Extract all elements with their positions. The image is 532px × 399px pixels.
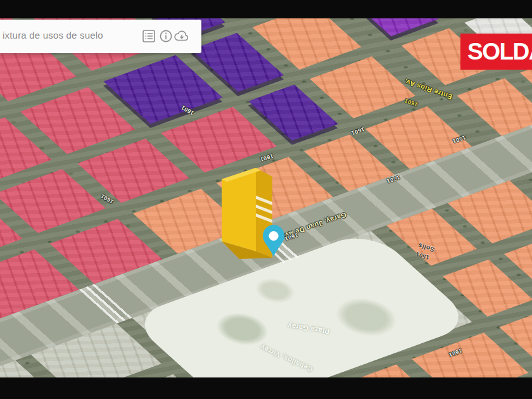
app-window: Garay, Juan De Av.160116011601Entre Ríos…	[0, 0, 532, 399]
landuse-cell	[103, 55, 222, 124]
panel-title: ixtura de usos de suelo	[3, 30, 103, 41]
soldati-logo: SOLDA	[460, 34, 532, 70]
landuse-cell	[77, 139, 189, 203]
landuse-cell	[344, 18, 439, 36]
map-pin[interactable]	[262, 224, 286, 258]
letterbox-top	[0, 0, 532, 18]
legend-panel: ixtura de usos de suelo	[0, 20, 201, 53]
letterbox-bottom	[0, 377, 532, 399]
map-viewport[interactable]: Garay, Juan De Av.160116011601Entre Ríos…	[0, 18, 532, 377]
info-icon[interactable]	[159, 29, 173, 43]
landuse-cell	[248, 84, 338, 141]
soldati-logo-text: SOLDA	[467, 40, 532, 63]
cloud-download-icon[interactable]	[174, 29, 190, 43]
landuse-cell	[20, 87, 135, 154]
landuse-cell	[457, 79, 532, 136]
landuse-cell	[0, 169, 106, 233]
list-icon[interactable]	[142, 29, 156, 43]
landuse-cell	[310, 56, 415, 118]
